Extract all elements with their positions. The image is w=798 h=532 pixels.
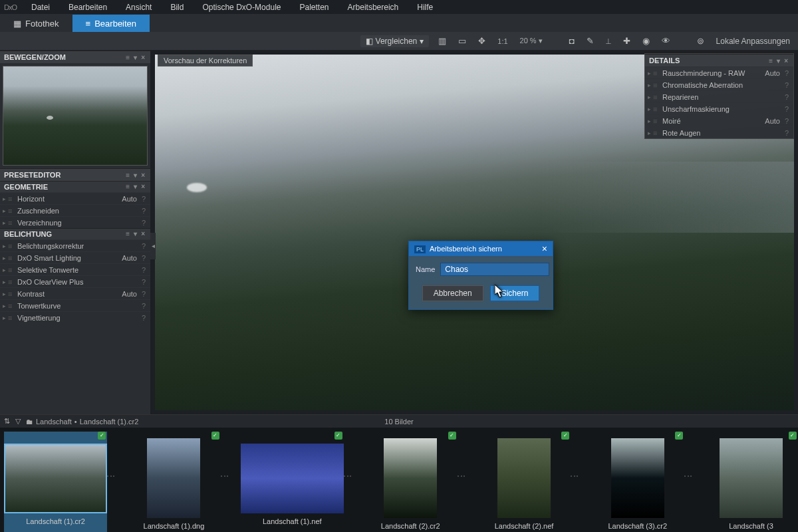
help-icon[interactable]: ? xyxy=(140,278,148,286)
panel-menu-icon[interactable]: ≡ xyxy=(767,57,774,65)
menu-workspace[interactable]: Arbeitsbereich xyxy=(338,3,408,12)
tab-library[interactable]: ▦ Fotothek xyxy=(0,15,72,32)
panel-details-header[interactable]: DETAILS ≡ ▾ × xyxy=(645,54,793,66)
menu-view[interactable]: Ansicht xyxy=(116,3,161,12)
preview-eye-icon[interactable]: 👁 xyxy=(659,35,673,47)
menu-optical-modules[interactable]: Optische DxO-Module xyxy=(193,3,290,12)
menu-file[interactable]: Datei xyxy=(22,3,59,12)
row-smart-lighting[interactable]: ▸≡DxO Smart LightingAuto? xyxy=(0,251,150,263)
help-icon[interactable]: ? xyxy=(783,69,791,77)
thumbnail[interactable]: ✓ ⋮ Landschaft (1).cr2 xyxy=(4,432,107,532)
one-to-one-button[interactable]: 1:1 xyxy=(495,36,510,47)
red-eye-icon[interactable]: ◉ xyxy=(640,35,652,47)
navigator-thumbnail[interactable] xyxy=(3,66,148,166)
section-exposure-header[interactable]: BELICHTUNG ≡ ▾ × xyxy=(0,228,150,239)
thumbnail[interactable]: ✓ ⋮ Landschaft (1).nef xyxy=(241,432,344,532)
thumb-menu-icon[interactable]: ⋮ xyxy=(569,471,580,481)
panel-close-icon[interactable]: × xyxy=(140,230,146,238)
row-horizon[interactable]: ▸≡HorizontAuto? xyxy=(0,192,150,204)
help-icon[interactable]: ? xyxy=(140,290,148,298)
row-red-eye[interactable]: ▸≡Rote Augen? xyxy=(645,126,793,138)
help-icon[interactable]: ? xyxy=(783,105,791,113)
dialog-close-button[interactable]: × xyxy=(542,244,547,253)
cancel-button[interactable]: Abbrechen xyxy=(422,285,483,301)
row-chromatic-aberration[interactable]: ▸≡Chromatische Aberration? xyxy=(645,78,793,90)
thumbnail[interactable]: ✓ ⋮ Landschaft (1).dng xyxy=(127,432,221,532)
panel-menu-icon[interactable]: ≡ xyxy=(124,54,131,61)
panel-close-icon[interactable]: × xyxy=(783,57,789,65)
dialog-titlebar[interactable]: PLArbeitsbereich sichern × xyxy=(409,241,553,256)
workspace-name-input[interactable] xyxy=(440,263,549,276)
panel-menu-icon[interactable]: ≡ xyxy=(124,172,131,179)
collapse-left-handle[interactable]: ◂ xyxy=(150,233,156,259)
crop-icon[interactable]: ◘ xyxy=(567,35,577,47)
panel-collapse-icon[interactable]: ▾ xyxy=(132,183,138,191)
compare-button[interactable]: ◧ Vergleichen ▾ xyxy=(360,35,430,47)
panel-close-icon[interactable]: × xyxy=(140,54,146,61)
thumb-menu-icon[interactable]: ⋮ xyxy=(219,471,230,481)
filmstrip[interactable]: ✓ ⋮ Landschaft (1).cr2 ✓ ⋮ Landschaft (1… xyxy=(0,428,798,532)
menu-palettes[interactable]: Paletten xyxy=(290,3,338,12)
panel-collapse-icon[interactable]: ▾ xyxy=(132,172,138,179)
menu-edit[interactable]: Bearbeiten xyxy=(59,3,116,12)
breadcrumb-folder[interactable]: Landschaft xyxy=(36,418,72,426)
row-repair[interactable]: ▸≡Reparieren? xyxy=(645,90,793,102)
horizon-icon[interactable]: ⟂ xyxy=(603,35,614,47)
row-vignetting[interactable]: ▸≡Vignettierung? xyxy=(0,311,150,323)
help-icon[interactable]: ? xyxy=(140,195,148,203)
split-view-icon[interactable]: ▥ xyxy=(436,35,449,47)
zoom-dropdown[interactable]: 20 % ▾ xyxy=(517,35,545,47)
row-contrast[interactable]: ▸≡KontrastAuto? xyxy=(0,287,150,299)
help-icon[interactable]: ? xyxy=(783,93,791,101)
tab-edit[interactable]: ≡ Bearbeiten xyxy=(72,15,150,32)
row-tone-curve[interactable]: ▸≡Tonwertkurve? xyxy=(0,299,150,311)
thumb-menu-icon[interactable]: ⋮ xyxy=(683,471,694,481)
thumbnail[interactable]: ✓ ⋮ Landschaft (3).cr2 xyxy=(591,432,684,532)
panel-collapse-icon[interactable]: ▾ xyxy=(132,230,138,238)
thumb-menu-icon[interactable]: ⋮ xyxy=(106,471,116,481)
help-icon[interactable]: ? xyxy=(783,129,791,137)
panel-close-icon[interactable]: × xyxy=(140,183,146,191)
sort-icon[interactable]: ⇅ xyxy=(4,417,10,426)
row-moire[interactable]: ▸≡MoiréAuto? xyxy=(645,114,793,126)
thumbnail[interactable]: ✓ ⋮ Landschaft (2).nef xyxy=(477,432,571,532)
help-icon[interactable]: ? xyxy=(140,302,148,310)
section-geometry-header[interactable]: GEOMETRIE ≡ ▾ × xyxy=(0,181,150,192)
row-noise-reduction[interactable]: ▸≡Rauschminderung - RAWAuto? xyxy=(645,66,793,78)
row-unsharp-mask[interactable]: ▸≡Unscharfmaskierung? xyxy=(645,102,793,114)
row-selective-tone[interactable]: ▸≡Selektive Tonwerte? xyxy=(0,263,150,275)
thumb-menu-icon[interactable]: ⋮ xyxy=(342,471,353,481)
image-viewer[interactable]: ◂ Vorschau der Korrekturen DETAILS ≡ ▾ ×… xyxy=(151,51,798,414)
panel-collapse-icon[interactable]: ▾ xyxy=(132,54,138,61)
help-icon[interactable]: ? xyxy=(140,266,148,274)
help-icon[interactable]: ? xyxy=(783,117,791,125)
row-distortion[interactable]: ▸≡Verzeichnung? xyxy=(0,216,150,228)
thumb-menu-icon[interactable]: ⋮ xyxy=(456,471,467,481)
panel-menu-icon[interactable]: ≡ xyxy=(124,230,131,238)
filter-icon[interactable]: ▽ xyxy=(15,417,21,426)
help-icon[interactable]: ? xyxy=(140,219,148,227)
thumbnail[interactable]: ✓ ⋮ Landschaft (2).cr2 xyxy=(364,432,458,532)
row-crop[interactable]: ▸≡Zuschneiden? xyxy=(0,204,150,216)
repair-icon[interactable]: ✚ xyxy=(620,35,633,47)
help-icon[interactable]: ? xyxy=(140,314,148,322)
help-icon[interactable]: ? xyxy=(783,81,791,89)
menu-help[interactable]: Hilfe xyxy=(408,3,442,12)
menu-image[interactable]: Bild xyxy=(161,3,193,12)
panel-preset-editor-header[interactable]: PRESETEDITOR ≡ ▾ × xyxy=(0,168,150,181)
move-icon[interactable]: ✥ xyxy=(475,35,488,47)
save-button[interactable]: Sichern xyxy=(490,285,540,301)
thumbnail[interactable]: ✓ Landschaft (3 xyxy=(704,432,798,532)
row-clearview[interactable]: ▸≡DxO ClearView Plus? xyxy=(0,275,150,287)
help-icon[interactable]: ? xyxy=(140,242,148,250)
panel-menu-icon[interactable]: ≡ xyxy=(124,183,131,191)
panel-move-zoom-header[interactable]: BEWEGEN/ZOOM ≡ ▾ × xyxy=(0,51,150,63)
fit-icon[interactable]: ▭ xyxy=(456,35,469,47)
panel-close-icon[interactable]: × xyxy=(140,172,146,179)
row-exposure-comp[interactable]: ▸≡Belichtungskorrektur? xyxy=(0,239,150,251)
panel-collapse-icon[interactable]: ▾ xyxy=(775,57,781,65)
help-icon[interactable]: ? xyxy=(140,254,148,262)
help-icon[interactable]: ? xyxy=(140,207,148,215)
eyedropper-icon[interactable]: ✎ xyxy=(584,35,597,47)
local-adjust-button[interactable]: Lokale Anpassungen xyxy=(714,35,793,47)
